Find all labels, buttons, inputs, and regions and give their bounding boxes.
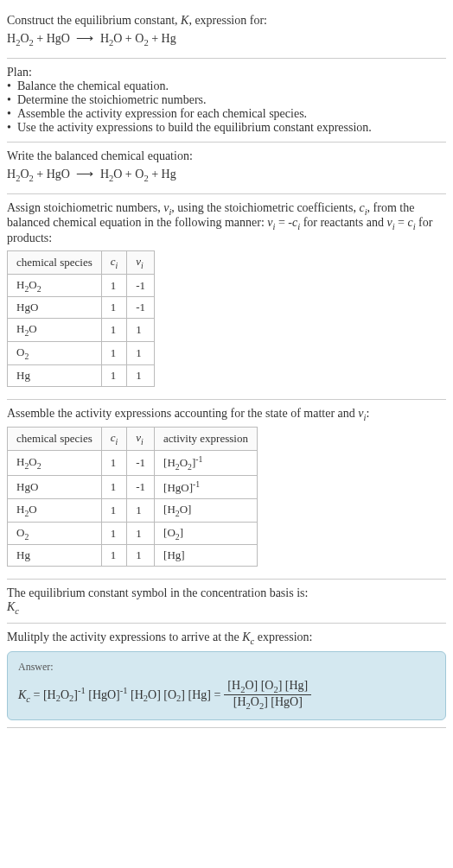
table-row: H2O2 1 -1 [H2O2]-1 — [8, 450, 258, 475]
cell-species: HgO — [8, 297, 102, 319]
section-balanced: Write the balanced chemical equation: H2… — [7, 143, 446, 194]
header-ci: ci — [101, 428, 127, 451]
table-row: HgO 1 -1 [HgO]-1 — [8, 475, 258, 498]
plan-bullet-2: Determine the stoichiometric numbers. — [7, 93, 446, 107]
table-row: chemical species ci νi — [8, 251, 155, 275]
cell-ci: 1 — [101, 341, 127, 364]
cell-ci: 1 — [101, 274, 127, 297]
cell-species: H2O — [8, 499, 102, 523]
table-row: H2O2 1 -1 — [8, 274, 155, 297]
table-row: chemical species ci νi activity expressi… — [8, 428, 258, 451]
section-construct: Construct the equilibrium constant, K, e… — [7, 7, 446, 59]
cell-vi: -1 — [127, 274, 155, 297]
cell-species: O2 — [8, 522, 102, 545]
header-species: chemical species — [8, 251, 102, 275]
cell-ci: 1 — [101, 364, 127, 386]
cell-species: Hg — [8, 545, 102, 567]
cell-ci: 1 — [101, 475, 127, 498]
table-row: H2O 1 1 — [8, 319, 155, 342]
table-row: H2O 1 1 [H2O] — [8, 499, 258, 523]
section-plan: Plan: Balance the chemical equation. Det… — [7, 59, 446, 143]
balanced-equation: H2O2 + HgO ⟶ H2O + O2 + Hg — [7, 167, 446, 183]
cell-species: HgO — [8, 475, 102, 498]
cell-species: H2O2 — [8, 450, 102, 475]
cell-ci: 1 — [101, 499, 127, 523]
cell-expr: [O2] — [155, 522, 258, 545]
header-species: chemical species — [8, 428, 102, 451]
section-assemble: Assemble the activity expressions accoun… — [7, 400, 446, 580]
section-symbol: The equilibrium constant symbol in the c… — [7, 580, 446, 624]
cell-expr: [H2O2]-1 — [155, 450, 258, 475]
construct-prompt: Construct the equilibrium constant, K, e… — [7, 14, 446, 28]
section-multiply: Mulitply the activity expressions to arr… — [7, 624, 446, 727]
cell-ci: 1 — [101, 319, 127, 342]
header-ci: ci — [101, 251, 127, 275]
table-row: Hg 1 1 — [8, 364, 155, 386]
symbol-kc: Kc — [7, 600, 446, 616]
symbol-line1: The equilibrium constant symbol in the c… — [7, 586, 446, 600]
plan-bullet-4: Use the activity expressions to build th… — [7, 121, 446, 135]
multiply-heading: Mulitply the activity expressions to arr… — [7, 630, 446, 646]
assemble-heading: Assemble the activity expressions accoun… — [7, 407, 446, 422]
cell-ci: 1 — [101, 522, 127, 545]
table-row: HgO 1 -1 — [8, 297, 155, 319]
construct-equation: H2O2 + HgO ⟶ H2O + O2 + Hg — [7, 31, 446, 48]
cell-vi: 1 — [127, 522, 155, 545]
cell-species: Hg — [8, 364, 102, 386]
activity-table: chemical species ci νi activity expressi… — [7, 427, 258, 567]
answer-fraction: [H2O] [O2] [Hg] [H2O2] [HgO] — [224, 679, 311, 711]
cell-species: O2 — [8, 341, 102, 364]
header-vi: νi — [127, 251, 155, 275]
cell-vi: 1 — [127, 319, 155, 342]
plan-bullet-3: Assemble the activity expression for eac… — [7, 107, 446, 121]
answer-label: Answer: — [18, 661, 435, 674]
cell-expr: [H2O] — [155, 499, 258, 523]
fraction-numerator: [H2O] [O2] [Hg] — [224, 679, 311, 695]
cell-vi: 1 — [127, 499, 155, 523]
cell-ci: 1 — [101, 297, 127, 319]
cell-expr: [Hg] — [155, 545, 258, 567]
table-row: O2 1 1 — [8, 341, 155, 364]
cell-expr: [HgO]-1 — [155, 475, 258, 498]
stoich-table: chemical species ci νi H2O2 1 -1 HgO 1 -… — [7, 250, 155, 386]
cell-species: H2O — [8, 319, 102, 342]
plan-heading: Plan: — [7, 66, 446, 79]
section-assign: Assign stoichiometric numbers, νi, using… — [7, 194, 446, 400]
table-row: O2 1 1 [O2] — [8, 522, 258, 545]
cell-vi: 1 — [127, 341, 155, 364]
header-vi: νi — [127, 428, 155, 451]
table-row: Hg 1 1 [Hg] — [8, 545, 258, 567]
fraction-denominator: [H2O2] [HgO] — [224, 695, 311, 711]
cell-vi: -1 — [127, 450, 155, 475]
cell-species: H2O2 — [8, 274, 102, 297]
header-expr: activity expression — [155, 428, 258, 451]
cell-vi: -1 — [127, 475, 155, 498]
answer-box: Answer: Kc = [H2O2]-1 [HgO]-1 [H2O] [O2]… — [7, 651, 446, 720]
answer-expression: Kc = [H2O2]-1 [HgO]-1 [H2O] [O2] [Hg] = … — [18, 679, 435, 711]
assign-text: Assign stoichiometric numbers, νi, using… — [7, 201, 446, 246]
cell-vi: 1 — [127, 364, 155, 386]
cell-vi: 1 — [127, 545, 155, 567]
balanced-heading: Write the balanced chemical equation: — [7, 149, 446, 163]
cell-ci: 1 — [101, 545, 127, 567]
cell-vi: -1 — [127, 297, 155, 319]
cell-ci: 1 — [101, 450, 127, 475]
plan-bullet-1: Balance the chemical equation. — [7, 79, 446, 93]
